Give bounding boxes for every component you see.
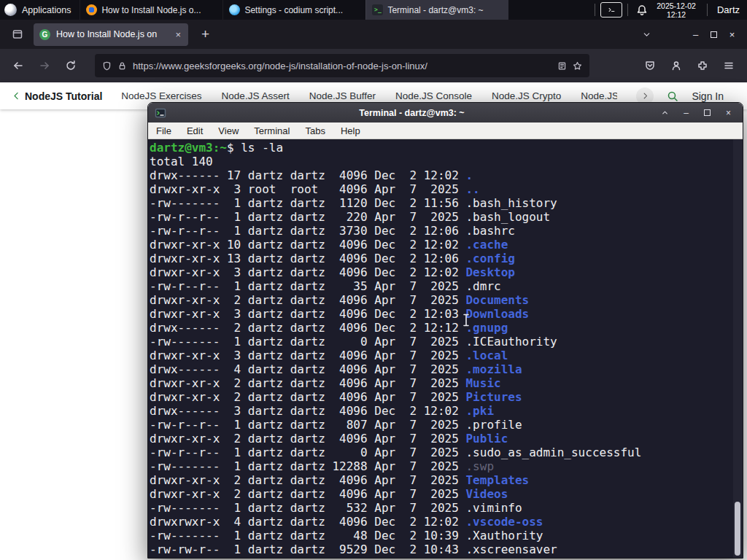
tab-bar: G How to Install Node.js on × + – × (0, 20, 747, 49)
user-label: Dartz (713, 4, 747, 15)
star-icon (573, 61, 582, 71)
browser-tab[interactable]: G How to Install Node.js on × (34, 23, 188, 46)
terminal-maximize-button[interactable] (700, 108, 715, 118)
taskbar-window-title: Terminal - dartz@vm3: ~ (387, 5, 483, 15)
terminal-row: -rw------- 1 dartz dartz 532 Apr 7 2025 … (150, 501, 743, 515)
lock-icon (117, 61, 127, 71)
maximize-icon (711, 31, 717, 38)
terminal-scrollbar[interactable] (733, 139, 743, 558)
site-nav-item[interactable]: Node.JS Console (395, 90, 472, 101)
menu-button[interactable] (718, 55, 740, 77)
panel-clock[interactable]: 2025-12-02 12:12 (651, 1, 702, 19)
terminal-row: -rw------- 1 dartz dartz 1120 Dec 2 11:5… (150, 196, 743, 210)
terminal-titlebar[interactable]: Terminal - dartz@vm3: ~ – × (148, 103, 743, 122)
desktop: Applications How to Install Node.js o...… (0, 0, 747, 560)
site-nav-item[interactable]: Node.JS DNS (581, 90, 617, 101)
terminal-close-button[interactable]: × (721, 108, 736, 118)
applications-label: Applications (22, 5, 71, 15)
terminal-shade-button[interactable] (657, 109, 673, 117)
tray-terminal-button[interactable] (600, 2, 622, 18)
terminal-row: dartz@vm3:~$ ls -la (150, 141, 743, 155)
site-nav-item[interactable]: Node.JS Assert (222, 90, 290, 101)
scrollbar-thumb[interactable] (735, 502, 740, 556)
browser-minimize-button[interactable]: – (686, 29, 705, 40)
chevron-left-icon (12, 91, 21, 101)
taskbar-window-button[interactable]: Terminal - dartz@vm3: ~ (365, 0, 508, 20)
site-nav-item[interactable]: Node.JS Buffer (309, 90, 376, 101)
top-panel: Applications How to Install Node.js o...… (0, 0, 747, 20)
terminal-row: drwxr-xr-x 2 dartz dartz 4096 Apr 7 2025… (150, 376, 743, 390)
bookmark-button[interactable] (573, 61, 582, 71)
sign-in-button[interactable]: Sign In (692, 90, 724, 102)
terminal-row: drwxr-xr-x 3 root root 4096 Apr 7 2025 .… (150, 182, 743, 196)
terminal-content[interactable]: dartz@vm3:~$ ls -latotal 140drwx------ 1… (148, 139, 743, 558)
terminal-row: drwxr-xr-x 2 dartz dartz 4096 Apr 7 2025… (150, 473, 743, 487)
site-nav-item[interactable]: Node.JS Crypto (492, 90, 561, 101)
firefox-view-icon (12, 28, 23, 40)
terminal-row: drwx------ 17 dartz dartz 4096 Dec 2 12:… (150, 168, 743, 182)
terminal-row: drwx------ 4 dartz dartz 4096 Apr 7 2025… (150, 362, 743, 376)
account-button[interactable] (665, 55, 687, 77)
terminal-row: drwxr-xr-x 3 dartz dartz 4096 Dec 2 12:0… (150, 307, 743, 321)
terminal-icon (155, 107, 166, 119)
site-search-button[interactable] (667, 90, 678, 102)
terminal-menu-terminal[interactable]: Terminal (254, 125, 290, 136)
browser-close-button[interactable]: × (723, 29, 741, 40)
extensions-button[interactable] (692, 55, 713, 77)
forward-arrow-icon (39, 60, 50, 71)
terminal-row: -rw-r--r-- 1 dartz dartz 220 Apr 7 2025 … (150, 210, 743, 224)
back-button[interactable] (7, 55, 29, 77)
terminal-row: drwxr-xr-x 2 dartz dartz 4096 Apr 7 2025… (150, 432, 743, 446)
taskbar-window-title: How to Install Node.js o... (101, 5, 201, 15)
applications-menu-button[interactable]: Applications (0, 0, 80, 20)
notification-button[interactable] (633, 4, 651, 16)
pocket-button[interactable] (639, 55, 661, 77)
url-bar[interactable]: https://www.geeksforgeeks.org/node-js/in… (95, 54, 589, 77)
site-nav-back-link[interactable]: NodeJS Tutorial (12, 90, 102, 102)
terminal-row: -rw-r--r-- 1 dartz dartz 3730 Dec 2 12:0… (150, 224, 743, 238)
terminal-window: Terminal - dartz@vm3: ~ – × FileEditView… (147, 102, 743, 559)
clock-date: 2025-12-02 (657, 1, 696, 10)
panel-separator (707, 4, 708, 16)
terminal-row: drwxr-xr-x 13 dartz dartz 4096 Dec 2 12:… (150, 252, 743, 265)
maximize-icon (704, 109, 711, 116)
terminal-row: drwxr-xr-x 2 dartz dartz 4096 Apr 7 2025… (150, 390, 743, 404)
terminal-row: drwxrwxr-x 4 dartz dartz 4096 Dec 2 12:0… (150, 515, 743, 529)
taskbar-window-button[interactable]: Settings - codium script... (222, 0, 365, 20)
terminal-menu-view[interactable]: View (218, 125, 239, 136)
codium-icon (229, 4, 240, 15)
new-tab-button[interactable]: + (197, 26, 214, 42)
terminal-title: Terminal - dartz@vm3: ~ (172, 108, 651, 118)
navigation-toolbar: https://www.geeksforgeeks.org/node-js/in… (0, 49, 747, 82)
clock-time: 12:12 (657, 10, 696, 19)
firefox-view-button[interactable] (7, 24, 28, 44)
taskbar-window-title: Settings - codium script... (244, 5, 343, 15)
tracking-protection-button[interactable] (102, 61, 112, 71)
site-security-button[interactable] (117, 61, 127, 71)
terminal-row: -rw------- 1 dartz dartz 48 Dec 2 10:39 … (150, 529, 743, 542)
tabbar-right-controls: – × (642, 29, 741, 40)
tab-close-icon[interactable]: × (174, 29, 182, 40)
list-all-tabs-button[interactable] (642, 30, 651, 39)
taskbar-window-button[interactable]: How to Install Node.js o... (80, 0, 222, 20)
terminal-menu-tabs[interactable]: Tabs (305, 125, 325, 136)
terminal-row: -rw-r--r-- 1 dartz dartz 807 Apr 7 2025 … (150, 418, 743, 432)
reload-icon (65, 60, 77, 71)
terminal-minimize-button[interactable]: – (678, 108, 694, 118)
tray-terminal-icon (608, 6, 616, 14)
terminal-menu-file[interactable]: File (156, 125, 171, 136)
terminal-output: dartz@vm3:~$ ls -latotal 140drwx------ 1… (150, 141, 743, 556)
reader-mode-button[interactable] (557, 61, 567, 71)
url-text[interactable]: https://www.geeksforgeeks.org/node-js/in… (133, 61, 551, 71)
forward-button[interactable] (34, 55, 55, 77)
browser-maximize-button[interactable] (705, 29, 723, 40)
terminal-menu-help[interactable]: Help (341, 125, 360, 136)
reader-mode-icon (557, 61, 567, 71)
reload-button[interactable] (60, 55, 82, 77)
terminal-menu-edit[interactable]: Edit (187, 125, 203, 136)
terminal-row: -rw-r--r-- 1 dartz dartz 0 Apr 7 2025 .s… (150, 446, 743, 459)
site-nav-items: NodeJS ExercisesNode.JS AssertNode.JS Bu… (121, 90, 617, 101)
applications-icon (4, 4, 17, 16)
panel-separator (627, 4, 628, 16)
site-nav-item[interactable]: NodeJS Exercises (121, 90, 201, 101)
